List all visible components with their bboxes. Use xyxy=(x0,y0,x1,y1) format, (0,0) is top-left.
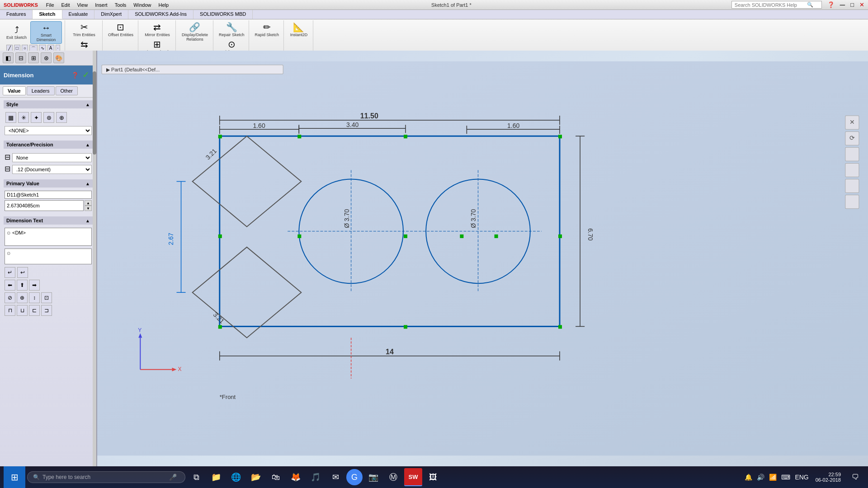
more-icon2[interactable]: ⊔ xyxy=(17,305,28,316)
menu-bar[interactable]: File Edit View Insert Tools Window Help xyxy=(43,2,171,8)
misc-icon4[interactable]: ⊡ xyxy=(41,292,52,303)
panel-scroll-thumb[interactable] xyxy=(93,71,96,155)
tab-sketch[interactable]: Sketch xyxy=(33,10,62,19)
offset-entities-button[interactable]: ⊡ Offset Entities xyxy=(106,21,135,38)
more-icon1[interactable]: ⊓ xyxy=(5,305,15,316)
system-clock[interactable]: 22:59 06-02-2018 xyxy=(812,472,844,483)
tolerance-dropdown[interactable]: None Basic xyxy=(12,153,92,162)
microphone-icon[interactable]: 🎤 xyxy=(169,474,177,481)
misc-icon3[interactable]: ↕ xyxy=(29,292,40,303)
style-icon-4[interactable]: ⊛ xyxy=(43,112,54,123)
firefox-button[interactable]: 🦊 xyxy=(287,468,305,486)
tab-dimxpert[interactable]: DimXpert xyxy=(94,10,128,19)
tray-notify-icon[interactable]: 🔔 xyxy=(743,474,754,481)
misc-icon1[interactable]: ⊘ xyxy=(5,292,15,303)
rapid-sketch-button[interactable]: ✏ Rapid Sketch xyxy=(253,21,281,38)
menu-tools[interactable]: Tools xyxy=(112,2,129,8)
tray-keyboard-icon[interactable]: ⌨ xyxy=(780,474,792,481)
tolerance-collapse[interactable]: ▲ xyxy=(85,142,90,147)
task-view-button[interactable]: ⧉ xyxy=(187,468,205,486)
tray-network-icon[interactable]: 📶 xyxy=(768,474,778,481)
spin-down[interactable]: ▼ xyxy=(85,206,92,211)
notification-center-button[interactable]: 🗨 xyxy=(846,468,864,486)
panel-icon-2[interactable]: ⊟ xyxy=(15,52,26,63)
menu-help[interactable]: Help xyxy=(156,2,171,8)
more-icon3[interactable]: ⊏ xyxy=(29,305,40,316)
dim-text-icon2[interactable]: ⊙ xyxy=(7,251,10,256)
solidworks-button[interactable]: SW xyxy=(404,468,422,486)
display-delete-button[interactable]: 🔗 Display/Delete Relations xyxy=(179,21,210,43)
panel-icon-4[interactable]: ⊛ xyxy=(41,52,52,63)
tab-features[interactable]: Features xyxy=(0,10,33,19)
maximize-icon[interactable]: □ xyxy=(850,1,854,8)
spin-up[interactable]: ▲ xyxy=(85,200,92,206)
smart-dimension-button[interactable]: ↔ Smart Dimension xyxy=(30,21,62,44)
misc-icon2[interactable]: ⊕ xyxy=(17,292,28,303)
exit-sketch-button[interactable]: ⤴ Exit Sketch xyxy=(5,21,28,44)
more-icon4[interactable]: ⊐ xyxy=(41,305,52,316)
tray-volume-icon[interactable]: 🔊 xyxy=(755,474,766,481)
align-center[interactable]: ⬆ xyxy=(17,280,28,291)
style-dropdown[interactable]: <NONE> Default xyxy=(5,126,92,135)
mirror-entities-button[interactable]: ⇄ Mirror Entities xyxy=(143,21,172,38)
panel-confirm-button[interactable]: ✓ xyxy=(79,68,93,82)
folder-button[interactable]: 📂 xyxy=(247,468,265,486)
tab-evaluate[interactable]: Evaluate xyxy=(62,10,95,19)
panel-scrollbar[interactable] xyxy=(93,51,96,466)
primary-value-input1[interactable] xyxy=(5,191,92,199)
style-icon-2[interactable]: ✳ xyxy=(18,112,29,123)
primary-value-header[interactable]: Primary Value ▲ xyxy=(4,179,93,188)
panel-icon-1[interactable]: ◧ xyxy=(3,52,14,63)
align-left[interactable]: ⬅ xyxy=(5,280,15,291)
main-canvas[interactable]: ▶ Part1 (Default<<Def... 11.50 3.40 1.60… xyxy=(97,51,868,466)
start-button[interactable]: ⊞ xyxy=(4,466,25,488)
instant2d-button[interactable]: 📐 Instant2D xyxy=(288,21,310,38)
minimize-icon[interactable]: ─ xyxy=(840,1,845,9)
panel-tab-value[interactable]: Value xyxy=(3,86,26,95)
trim-entities-button[interactable]: ✂ Trim Entities xyxy=(71,21,97,38)
panel-icon-5[interactable]: 🎨 xyxy=(53,52,64,63)
taskbar-search[interactable]: 🔍 🎤 xyxy=(27,471,185,483)
camera-button[interactable]: 📷 xyxy=(364,468,382,486)
help-icon[interactable]: ❓ xyxy=(827,1,835,8)
panel-tab-leaders[interactable]: Leaders xyxy=(27,86,55,95)
solidworks-search-input[interactable] xyxy=(735,2,807,8)
repair-sketch-button[interactable]: 🔧 Repair Sketch xyxy=(217,21,246,38)
mail-button[interactable]: ✉ xyxy=(326,468,344,486)
align-right[interactable]: ➡ xyxy=(29,280,40,291)
dim-text-icon1[interactable]: ⊙ xyxy=(7,230,10,235)
tolerance-header[interactable]: Tolerance/Precision ▲ xyxy=(4,141,93,149)
style-collapse[interactable]: ▲ xyxy=(85,102,90,107)
menu-insert[interactable]: Insert xyxy=(92,2,110,8)
style-icon-1[interactable]: ▦ xyxy=(5,112,16,123)
store-button[interactable]: 🛍 xyxy=(267,468,285,486)
tab-mbd[interactable]: SOLIDWORKS MBD xyxy=(193,10,253,19)
primary-value-input2[interactable] xyxy=(5,200,84,211)
taskbar-search-input[interactable] xyxy=(42,474,169,480)
panel-tab-other[interactable]: Other xyxy=(56,86,78,95)
style-icon-5[interactable]: ⊕ xyxy=(56,112,67,123)
solidworks-search[interactable]: 🔍 xyxy=(731,1,822,9)
tray-lang-icon[interactable]: ENG xyxy=(793,474,810,481)
menu-view[interactable]: View xyxy=(74,2,90,8)
photos-button[interactable]: 🖼 xyxy=(424,468,442,486)
matlab-button[interactable]: Ⓜ xyxy=(384,468,402,486)
menu-window[interactable]: Window xyxy=(131,2,154,8)
chrome-button[interactable]: G xyxy=(346,469,363,485)
style-section-header[interactable]: Style ▲ xyxy=(4,100,93,108)
panel-icon-3[interactable]: ⊞ xyxy=(28,52,39,63)
menu-edit[interactable]: Edit xyxy=(59,2,73,8)
tab-addins[interactable]: SOLIDWORKS Add-Ins xyxy=(128,10,193,19)
file-explorer-button[interactable]: 📁 xyxy=(207,468,225,486)
media-button[interactable]: 🎵 xyxy=(307,468,325,486)
panel-help-icon[interactable]: ❓ xyxy=(71,72,79,79)
dim-text-header[interactable]: Dimension Text ▲ xyxy=(4,216,93,225)
close-icon[interactable]: ✕ xyxy=(859,1,864,8)
pv-collapse[interactable]: ▲ xyxy=(85,181,90,186)
edge-button[interactable]: 🌐 xyxy=(227,468,245,486)
precision-dropdown[interactable]: .12 (Document) .1 .12 xyxy=(12,165,92,174)
dt-collapse[interactable]: ▲ xyxy=(85,218,90,223)
dim-text-btn1[interactable]: ↵ xyxy=(5,267,15,278)
style-icon-3[interactable]: ✦ xyxy=(31,112,42,123)
menu-file[interactable]: File xyxy=(43,2,57,8)
